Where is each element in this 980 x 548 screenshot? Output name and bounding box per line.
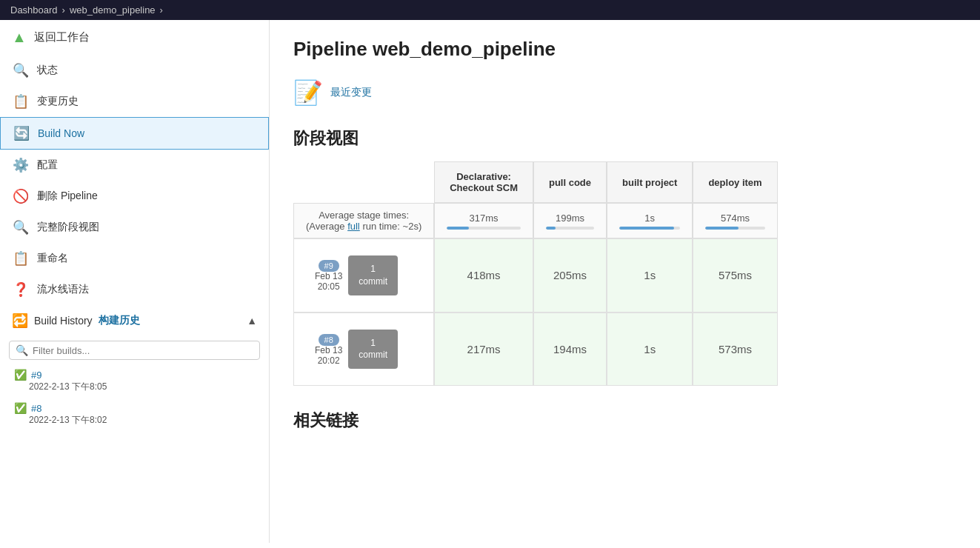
build-item-8: ✅ #8 2022-2-13 下午8:02 bbox=[0, 398, 269, 431]
sidebar-label-build-now: Build Now bbox=[38, 127, 84, 139]
check-icon-8: ✅ bbox=[14, 402, 27, 414]
build-history-label: Build History bbox=[34, 315, 93, 327]
recent-changes: 📝 最近变更 bbox=[293, 78, 956, 107]
build-time-9: 2022-2-13 下午8:05 bbox=[14, 381, 257, 393]
build-history-header: 🔁 Build History 构建历史 ▲ bbox=[0, 305, 269, 336]
col-header-pull-code: pull code bbox=[533, 161, 607, 203]
build-row-8-meta: #8 Feb 13 20:02 1commit bbox=[293, 313, 434, 387]
avg-label-cell: Average stage times: (Average full run t… bbox=[293, 203, 434, 238]
sidebar: ▲ 返回工作台 🔍 状态 📋 变更历史 🔄 Build Now ⚙️ 配置 🚫 … bbox=[0, 20, 270, 543]
val-8-built-project: 1s bbox=[607, 313, 693, 387]
filter-search-icon: 🔍 bbox=[16, 344, 28, 356]
stage-table-wrapper: Declarative:Checkout SCM pull code built… bbox=[293, 161, 956, 386]
build-id-8: #8 bbox=[31, 403, 41, 414]
avg-deploy-item: 574ms bbox=[693, 203, 777, 238]
val-8-deploy-item: 573ms bbox=[693, 313, 777, 387]
sidebar-item-rename[interactable]: 📋 重命名 bbox=[0, 243, 269, 274]
col-header-built-project: built project bbox=[607, 161, 693, 203]
full-link[interactable]: full bbox=[347, 221, 360, 232]
chevron-up-icon: ▲ bbox=[247, 315, 257, 327]
search-icon: 🔍 bbox=[12, 62, 30, 78]
sidebar-return-label: 返回工作台 bbox=[34, 30, 90, 44]
sidebar-label-delete-pipeline: 删除 Pipeline bbox=[37, 190, 98, 203]
sidebar-item-full-stage-view[interactable]: 🔍 完整阶段视图 bbox=[0, 212, 269, 243]
table-row-8: #8 Feb 13 20:02 1commit 217ms 194ms 1s 5… bbox=[293, 313, 778, 387]
filter-builds-input[interactable] bbox=[33, 345, 253, 356]
avg-run-label: (Average full run time: ~2s) bbox=[306, 221, 421, 232]
avg-built-project: 1s bbox=[607, 203, 693, 238]
build-date-9: Feb 13 bbox=[315, 271, 342, 281]
avg-checkout: 317ms bbox=[434, 203, 533, 238]
up-arrow-icon: ▲ bbox=[12, 29, 27, 46]
stage-view-icon: 🔍 bbox=[12, 219, 30, 235]
val-9-pull-code: 205ms bbox=[533, 238, 607, 313]
avg-stage-times-label: Average stage times: bbox=[306, 210, 421, 221]
sidebar-label-rename: 重命名 bbox=[37, 252, 68, 265]
history-icon: 📋 bbox=[12, 93, 30, 110]
related-links-title: 相关链接 bbox=[293, 410, 956, 432]
main-content: Pipeline web_demo_pipeline 📝 最近变更 阶段视图 D… bbox=[270, 20, 980, 543]
build-time-8-col: 20:02 bbox=[315, 355, 342, 366]
sidebar-return[interactable]: ▲ 返回工作台 bbox=[0, 20, 269, 55]
val-9-checkout: 418ms bbox=[434, 238, 533, 313]
stage-view-title: 阶段视图 bbox=[293, 127, 956, 150]
avg-label-header bbox=[293, 161, 434, 203]
gear-icon: ⚙️ bbox=[12, 157, 30, 173]
question-icon: ❓ bbox=[12, 281, 30, 298]
recent-changes-link[interactable]: 最近变更 bbox=[330, 86, 372, 99]
build-link-9[interactable]: ✅ #9 bbox=[14, 369, 257, 381]
delete-icon: 🚫 bbox=[12, 188, 30, 204]
build-history-icon: 🔁 bbox=[12, 313, 28, 329]
breadcrumb-sep2: › bbox=[160, 4, 163, 16]
build-id-9: #9 bbox=[31, 370, 41, 381]
sidebar-label-full-stage-view: 完整阶段视图 bbox=[37, 221, 99, 234]
build-link-8[interactable]: ✅ #8 bbox=[14, 402, 257, 414]
table-row-9: #9 Feb 13 20:05 1commit 418ms 205ms 1s 5… bbox=[293, 238, 778, 313]
val-9-built-project: 1s bbox=[607, 238, 693, 313]
build-date-8: Feb 13 bbox=[315, 345, 342, 355]
notebook-icon: 📝 bbox=[293, 78, 323, 107]
build-row-9-meta: #9 Feb 13 20:05 1commit bbox=[293, 238, 434, 313]
breadcrumb-pipeline[interactable]: web_demo_pipeline bbox=[70, 4, 156, 16]
col-header-checkout: Declarative:Checkout SCM bbox=[434, 161, 533, 203]
sidebar-item-build-now[interactable]: 🔄 Build Now bbox=[0, 117, 269, 150]
sidebar-item-config[interactable]: ⚙️ 配置 bbox=[0, 150, 269, 181]
rename-icon: 📋 bbox=[12, 250, 30, 267]
sidebar-label-config: 配置 bbox=[37, 158, 58, 172]
build-now-icon: 🔄 bbox=[13, 125, 30, 141]
avg-pull-code: 199ms bbox=[533, 203, 607, 238]
sidebar-item-status[interactable]: 🔍 状态 bbox=[0, 55, 269, 86]
sidebar-label-pipeline-syntax: 流水线语法 bbox=[37, 283, 89, 296]
average-row: Average stage times: (Average full run t… bbox=[293, 203, 778, 238]
col-header-deploy-item: deploy item bbox=[693, 161, 777, 203]
page-title: Pipeline web_demo_pipeline bbox=[293, 38, 956, 61]
val-9-deploy-item: 575ms bbox=[693, 238, 777, 313]
sidebar-item-change-history[interactable]: 📋 变更历史 bbox=[0, 86, 269, 117]
build-badge-9: #9 bbox=[319, 260, 339, 272]
breadcrumb-bar: Dashboard › web_demo_pipeline › bbox=[0, 0, 980, 20]
breadcrumb-dashboard[interactable]: Dashboard bbox=[10, 4, 58, 16]
build-time-9-col: 20:05 bbox=[315, 281, 342, 292]
build-history-label-zh: 构建历史 bbox=[99, 314, 140, 327]
val-8-checkout: 217ms bbox=[434, 313, 533, 387]
build-time-8: 2022-2-13 下午8:02 bbox=[14, 414, 257, 427]
stage-table: Declarative:Checkout SCM pull code built… bbox=[293, 161, 778, 386]
commit-btn-8[interactable]: 1commit bbox=[348, 330, 398, 370]
build-badge-8: #8 bbox=[319, 334, 339, 346]
build-history-toggle[interactable]: ▲ bbox=[247, 315, 257, 327]
val-8-pull-code: 194ms bbox=[533, 313, 607, 387]
build-item-9: ✅ #9 2022-2-13 下午8:05 bbox=[0, 364, 269, 398]
sidebar-item-pipeline-syntax[interactable]: ❓ 流水线语法 bbox=[0, 274, 269, 305]
sidebar-label-status: 状态 bbox=[37, 64, 58, 77]
sidebar-item-delete-pipeline[interactable]: 🚫 删除 Pipeline bbox=[0, 181, 269, 212]
filter-builds-container: 🔍 bbox=[9, 341, 260, 360]
commit-btn-9[interactable]: 1commit bbox=[348, 255, 398, 295]
breadcrumb-sep1: › bbox=[62, 4, 65, 16]
sidebar-label-change-history: 变更历史 bbox=[37, 95, 79, 108]
check-icon-9: ✅ bbox=[14, 369, 27, 381]
